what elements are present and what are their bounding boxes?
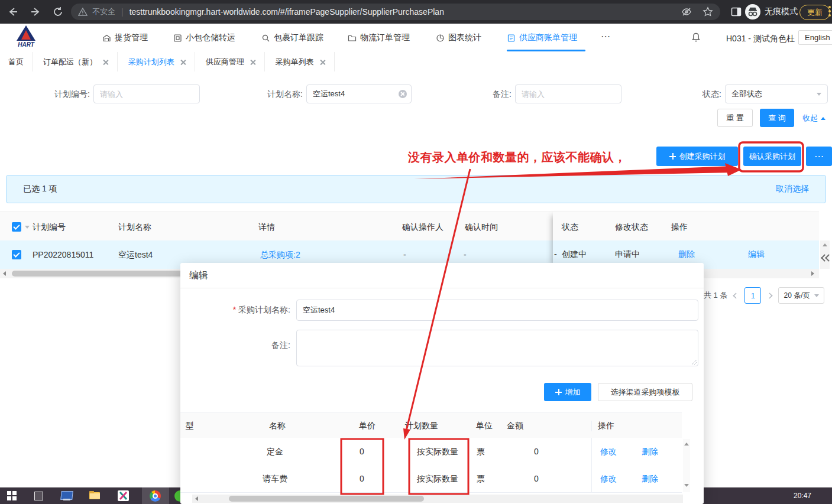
cell-modify-status: 申请中 — [615, 249, 640, 260]
tab-supplier-mgmt[interactable]: 供应商管理 — [198, 52, 265, 71]
tab-order-dispatch[interactable]: 订单配运（新） — [35, 52, 118, 71]
resize-grip-icon[interactable] — [691, 359, 697, 365]
mcell-unit-price: 0 — [360, 474, 364, 483]
scrollbar-thumb[interactable] — [229, 496, 424, 502]
modal-horizontal-scrollbar[interactable] — [192, 495, 683, 503]
row-edit-link[interactable]: 编辑 — [748, 249, 765, 260]
chrome-icon[interactable] — [149, 489, 162, 502]
col-actions: 操作 — [671, 222, 688, 233]
task-view-icon[interactable] — [33, 489, 46, 502]
this-pc-icon[interactable] — [60, 489, 73, 502]
plus-icon — [555, 389, 562, 395]
scroll-up-icon[interactable] — [823, 243, 827, 246]
refresh-icon[interactable] — [52, 6, 64, 18]
modal-remark-textarea[interactable] — [296, 330, 698, 366]
security-label: 不安全 — [92, 6, 115, 17]
confirm-purchase-plan-button[interactable]: 确认采购计划 — [743, 147, 801, 166]
browser-toolbar: 不安全 | testtrunkbookingmgr.hart-worldwide… — [0, 0, 832, 24]
modal-row-delete-link[interactable]: 删除 — [642, 474, 658, 485]
close-icon[interactable] — [103, 59, 109, 65]
scroll-left-icon[interactable] — [195, 496, 198, 501]
forward-icon[interactable] — [30, 6, 41, 18]
mcell-unit: 票 — [477, 474, 485, 485]
mcell-plan-qty: 按实际数量 — [417, 474, 458, 485]
pie-chart-icon — [436, 34, 445, 43]
side-panel-icon[interactable] — [731, 6, 742, 17]
tab-purchase-plan-list[interactable]: 采购计划列表 — [120, 52, 195, 71]
modal-vertical-scrollbar[interactable] — [683, 439, 690, 492]
modal-choose-template-button[interactable]: 选择渠道采购项模板 — [598, 383, 692, 401]
taskbar-clock[interactable]: 20:47 — [794, 492, 811, 500]
incognito-icon — [745, 4, 760, 19]
nav-pickup-management[interactable]: 提货管理 — [102, 32, 148, 43]
mcell-name: 定金 — [267, 447, 283, 457]
scroll-down-icon[interactable] — [684, 484, 689, 487]
clear-input-icon[interactable] — [399, 90, 407, 98]
cell-status: 创建中 — [562, 249, 587, 260]
more-actions-button[interactable]: ⋯ — [806, 147, 832, 166]
nav-more[interactable]: ⋯ — [601, 31, 610, 42]
scroll-up-icon[interactable] — [684, 443, 689, 446]
cell-detail-link[interactable]: 总采购项:2 — [260, 250, 300, 261]
remark-input[interactable] — [515, 84, 621, 103]
chevron-up-icon — [821, 117, 825, 120]
modal-add-button[interactable]: 增加 — [544, 383, 591, 401]
cancel-selection-link[interactable]: 取消选择 — [776, 184, 809, 194]
plan-name-label: 计划名称: — [248, 89, 303, 100]
modal-plan-name-input[interactable] — [296, 300, 698, 321]
page-number[interactable]: 1 — [744, 287, 761, 304]
filter-panel: 计划编号: 计划名称: 备注: 状态: 全部状态 重 置 查 询 收起 — [0, 72, 832, 136]
mcol-plan-qty: 计划数量 — [405, 421, 438, 431]
mcell-name: 请车费 — [263, 474, 287, 485]
chevron-down-icon[interactable] — [25, 226, 30, 229]
scroll-left-icon[interactable] — [3, 271, 6, 276]
language-toggle-button[interactable]: English — [798, 30, 832, 45]
row-checkbox[interactable] — [12, 250, 21, 259]
col-detail: 详情 — [258, 222, 275, 233]
start-button-icon[interactable] — [6, 489, 19, 502]
chevron-down-icon — [814, 294, 819, 297]
nav-parcel-tracking[interactable]: 包裹订单跟踪 — [261, 32, 323, 43]
file-explorer-icon[interactable] — [89, 489, 102, 502]
user-account[interactable]: H031 - 测试角色杜 — [726, 34, 795, 44]
plan-name-input[interactable] — [306, 84, 412, 103]
page-size-select[interactable]: 20 条/页 — [778, 287, 824, 304]
search-button[interactable]: 查 询 — [760, 109, 794, 127]
plan-no-input[interactable] — [93, 84, 200, 103]
status-select[interactable]: 全部状态 — [725, 84, 828, 103]
modal-remark-label: 备注: — [180, 340, 290, 351]
back-icon[interactable] — [7, 6, 19, 18]
brand-logo: HART — [8, 25, 44, 48]
mcell-amount: 0 — [534, 447, 539, 456]
modal-row-modify-link[interactable]: 修改 — [600, 474, 617, 485]
close-icon[interactable] — [320, 59, 326, 65]
create-purchase-plan-button[interactable]: 创建采购计划 — [656, 147, 738, 166]
nav-logistics-order[interactable]: 物流订单管理 — [348, 32, 410, 43]
x-app-icon[interactable] — [117, 489, 130, 502]
browser-menu-icon[interactable] — [828, 6, 831, 18]
browser-update-button[interactable]: 更新 — [799, 5, 830, 20]
tab-purchase-order-list[interactable]: 采购单列表 — [267, 52, 335, 71]
select-all-checkbox[interactable] — [12, 222, 21, 232]
expand-fixed-columns-handle[interactable] — [821, 251, 832, 266]
reset-button[interactable]: 重 置 — [717, 109, 753, 127]
scroll-right-icon[interactable] — [811, 271, 814, 276]
modal-row-delete-link[interactable]: 删除 — [642, 447, 658, 457]
address-bar[interactable]: 不安全 | testtrunkbookingmgr.hart-worldwide… — [71, 4, 720, 20]
prev-page-icon[interactable] — [733, 292, 739, 298]
bookmark-star-icon[interactable] — [702, 6, 713, 17]
notification-bell-icon[interactable] — [691, 32, 701, 43]
row-delete-link[interactable]: 删除 — [678, 249, 695, 260]
close-icon[interactable] — [250, 59, 256, 65]
nav-chart-stats[interactable]: 图表统计 — [436, 32, 481, 43]
close-icon[interactable] — [180, 59, 186, 65]
collapse-link[interactable]: 收起 — [802, 113, 825, 123]
nav-parcel-warehouse[interactable]: 小包仓储转运 — [173, 32, 235, 43]
nav-supplier-billing[interactable]: 供应商账单管理 — [507, 32, 577, 43]
modal-row-modify-link[interactable]: 修改 — [600, 447, 617, 457]
eye-off-icon[interactable] — [681, 6, 692, 17]
tab-home[interactable]: 首页 — [0, 52, 33, 71]
plan-no-label: 计划编号: — [35, 89, 90, 100]
next-page-icon[interactable] — [767, 292, 773, 298]
cell-confirm-operator: - — [403, 250, 406, 259]
